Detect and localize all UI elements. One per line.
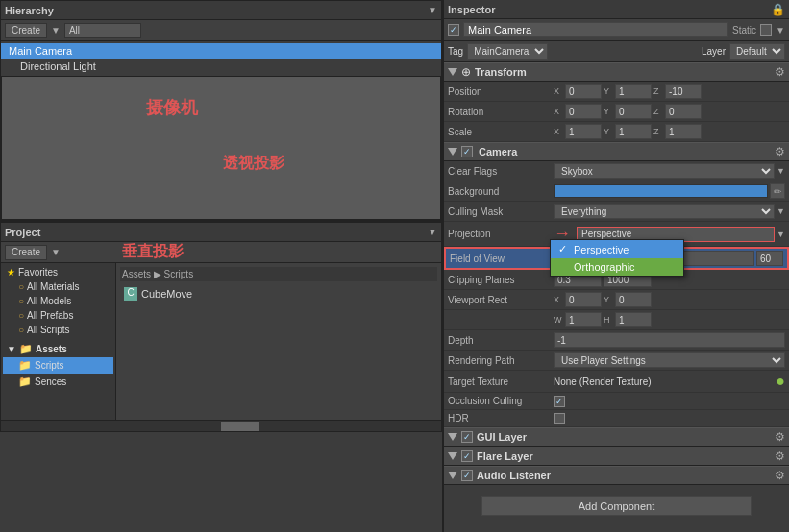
project-create-button[interactable]: Create bbox=[5, 245, 47, 260]
project-scrollbar-thumb[interactable] bbox=[221, 422, 259, 431]
rendering-path-select[interactable]: Use Player Settings bbox=[554, 352, 785, 368]
hdr-checkbox[interactable] bbox=[554, 413, 565, 424]
rot-z-field[interactable] bbox=[665, 104, 702, 119]
pos-y-field[interactable] bbox=[615, 84, 652, 99]
audio-listener-gear-icon[interactable]: ⚙ bbox=[775, 469, 785, 482]
scale-z-field[interactable] bbox=[665, 124, 702, 139]
projection-dropdown-icon[interactable]: ▼ bbox=[777, 230, 785, 239]
projection-row: Projection → Perspective ▼ ✓ Perspective bbox=[444, 222, 789, 247]
scale-value: X Y Z bbox=[554, 124, 785, 139]
project-content: ★ Favorites ○ All Materials ○ All Models… bbox=[1, 263, 441, 420]
hierarchy-collapse-icon[interactable]: ▼ bbox=[428, 5, 437, 15]
object-enable-checkbox[interactable] bbox=[448, 24, 459, 36]
camera-gear-icon[interactable]: ⚙ bbox=[775, 145, 785, 158]
hierarchy-header: Hierarchy ▼ bbox=[1, 1, 441, 20]
project-create-dropdown-icon[interactable]: ▼ bbox=[51, 247, 61, 257]
depth-field[interactable] bbox=[554, 332, 785, 348]
all-models-icon: ○ bbox=[18, 296, 24, 306]
occlusion-culling-checkbox[interactable] bbox=[554, 396, 565, 407]
rotation-label: Rotation bbox=[448, 107, 554, 117]
sences-label: Sences bbox=[35, 376, 66, 387]
inspector-lock-icon[interactable]: 🔒 bbox=[771, 3, 785, 16]
depth-value bbox=[554, 332, 785, 348]
project-scrollbar[interactable] bbox=[1, 420, 441, 431]
tree-scripts[interactable]: 📁 Scripts bbox=[3, 357, 113, 374]
background-label: Background bbox=[448, 186, 554, 197]
tree-all-models[interactable]: ○ All Models bbox=[3, 294, 113, 308]
background-edit-button[interactable]: ✏ bbox=[770, 183, 785, 199]
dropdown-perspective[interactable]: ✓ Perspective bbox=[551, 240, 683, 258]
audio-listener-collapse-icon bbox=[448, 472, 457, 479]
target-texture-display: None (Render Texture) bbox=[554, 376, 770, 387]
hierarchy-search-input[interactable] bbox=[64, 23, 141, 38]
hierarchy-create-button[interactable]: Create bbox=[5, 23, 47, 38]
add-component-button[interactable]: Add Component bbox=[481, 496, 752, 516]
favorites-label: Favorites bbox=[18, 267, 58, 278]
create-dropdown-icon[interactable]: ▼ bbox=[51, 25, 61, 36]
target-texture-label: Target Texture bbox=[448, 376, 554, 387]
tree-favorites[interactable]: ★ Favorites bbox=[3, 265, 113, 279]
rot-y-label: Y bbox=[604, 107, 613, 116]
rot-y-field[interactable] bbox=[615, 104, 652, 119]
all-scripts-label: All Scripts bbox=[27, 325, 69, 335]
layer-select[interactable]: Default bbox=[729, 43, 785, 60]
clear-flags-select[interactable]: Skybox bbox=[554, 163, 775, 179]
rot-x-field[interactable] bbox=[565, 104, 602, 119]
hdr-row: HDR bbox=[444, 410, 789, 427]
flare-layer-gear-icon[interactable]: ⚙ bbox=[775, 449, 785, 463]
hierarchy-content: Main Camera Directional Light bbox=[1, 41, 441, 76]
tree-assets[interactable]: ▼ 📁 Assets bbox=[3, 341, 113, 357]
vp-x-field[interactable] bbox=[565, 292, 602, 307]
rendering-path-label: Rendering Path bbox=[448, 355, 554, 366]
inspector-title: Inspector bbox=[448, 4, 496, 15]
target-texture-value: None (Render Texture) ● bbox=[554, 373, 785, 390]
transform-collapse-icon bbox=[448, 68, 457, 76]
hierarchy-item-directional-light[interactable]: Directional Light bbox=[1, 59, 441, 74]
object-name-field[interactable] bbox=[463, 22, 728, 37]
vp-w-field[interactable] bbox=[565, 312, 602, 327]
flare-layer-enable-checkbox[interactable] bbox=[461, 450, 473, 462]
scale-x-label: X bbox=[554, 127, 563, 136]
transform-gear-icon[interactable]: ⚙ bbox=[775, 65, 785, 79]
static-checkbox[interactable] bbox=[760, 24, 772, 36]
asset-cubemove[interactable]: C CubeMove bbox=[120, 285, 437, 302]
static-dropdown-icon[interactable]: ▼ bbox=[776, 25, 785, 36]
tree-all-prefabs[interactable]: ○ All Prefabs bbox=[3, 308, 113, 323]
scale-z-label: Z bbox=[653, 127, 663, 136]
main-layout: Hierarchy ▼ Create ▼ Main Camera Directi… bbox=[0, 0, 789, 532]
dropdown-orthographic[interactable]: Orthographic bbox=[551, 258, 683, 276]
viewport-wh-row: W H bbox=[444, 310, 789, 330]
target-texture-icon[interactable]: ● bbox=[776, 373, 785, 390]
vp-h-field[interactable] bbox=[615, 312, 652, 327]
rotation-value: X Y Z bbox=[554, 104, 785, 119]
camera-enable-checkbox[interactable] bbox=[461, 146, 473, 157]
tree-all-materials[interactable]: ○ All Materials bbox=[3, 279, 113, 294]
vp-y-field[interactable] bbox=[615, 292, 652, 307]
transform-header[interactable]: ⊕ Transform ⚙ bbox=[444, 62, 789, 82]
occlusion-culling-value bbox=[554, 396, 785, 407]
gui-layer-gear-icon[interactable]: ⚙ bbox=[775, 430, 785, 444]
flare-layer-row: Flare Layer ⚙ bbox=[444, 447, 789, 466]
tag-select[interactable]: MainCamera bbox=[467, 43, 548, 60]
background-color-swatch[interactable] bbox=[554, 184, 768, 198]
audio-listener-enable-checkbox[interactable] bbox=[461, 470, 473, 481]
camera-title: Camera bbox=[479, 146, 771, 157]
field-of-view-label: Field of View bbox=[450, 254, 555, 264]
culling-mask-select[interactable]: Everything bbox=[554, 204, 775, 219]
culling-mask-dropdown-icon[interactable]: ▼ bbox=[777, 206, 785, 216]
hierarchy-item-main-camera[interactable]: Main Camera bbox=[1, 43, 441, 59]
pos-x-field[interactable] bbox=[565, 84, 602, 99]
tree-all-scripts[interactable]: ○ All Scripts bbox=[3, 323, 113, 337]
clear-flags-dropdown-icon[interactable]: ▼ bbox=[777, 166, 785, 176]
camera-header[interactable]: Camera ⚙ bbox=[444, 142, 789, 161]
audio-listener-row: Audio Listener ⚙ bbox=[444, 466, 789, 485]
pos-z-field[interactable] bbox=[665, 84, 702, 99]
gui-layer-enable-checkbox[interactable] bbox=[461, 431, 473, 443]
culling-mask-value: Everything ▼ bbox=[554, 204, 785, 219]
field-of-view-number[interactable] bbox=[756, 251, 783, 266]
project-collapse-icon[interactable]: ▼ bbox=[428, 227, 437, 237]
tree-sences[interactable]: 📁 Sences bbox=[3, 374, 113, 390]
scale-y-field[interactable] bbox=[615, 124, 652, 139]
scale-x-field[interactable] bbox=[565, 124, 602, 139]
all-materials-icon: ○ bbox=[18, 281, 24, 292]
